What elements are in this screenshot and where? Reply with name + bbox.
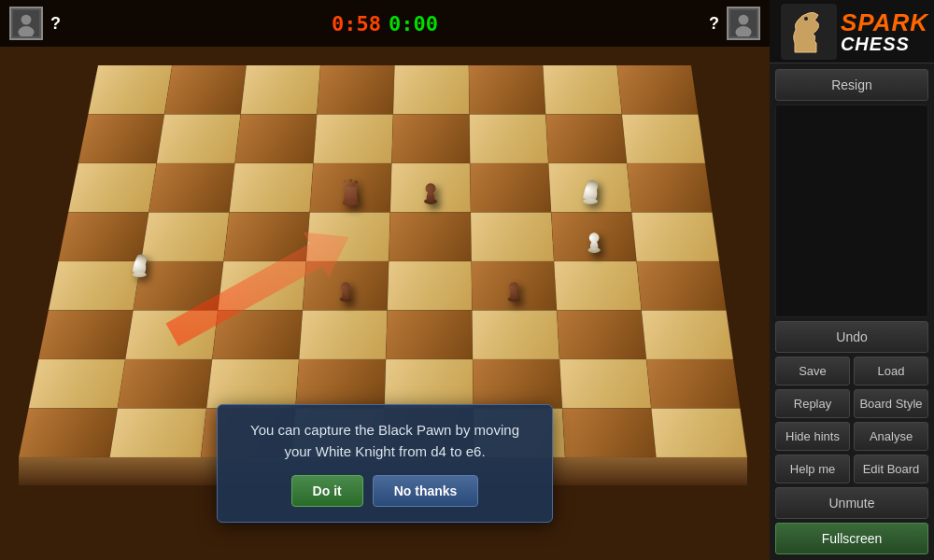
player1-avatar xyxy=(9,7,43,40)
save-load-row: Save Load xyxy=(775,357,928,385)
chess-area: ? 0:58 0:00 ? You can capture the Blac xyxy=(0,0,770,560)
sidebar: SPARK CHESS Resign Undo Save Load Replay… xyxy=(770,0,934,560)
timer-red: 0:58 xyxy=(332,12,381,35)
knight-icon xyxy=(781,4,837,60)
load-button[interactable]: Load xyxy=(854,357,928,385)
unmute-button[interactable]: Unmute xyxy=(775,487,928,519)
player1-name: ? xyxy=(50,14,61,34)
svg-point-4 xyxy=(21,15,32,25)
do-it-button[interactable]: Do it xyxy=(291,475,363,507)
hints-analyse-row: Hide hints Analyse xyxy=(775,422,928,451)
undo-button[interactable]: Undo xyxy=(775,321,928,353)
hide-hints-button[interactable]: Hide hints xyxy=(775,422,850,451)
game-container: ? 0:58 0:00 ? You can capture the Blac xyxy=(0,0,934,560)
svg-point-10 xyxy=(804,17,808,21)
timer-green: 0:00 xyxy=(389,12,438,35)
player2-avatar xyxy=(727,7,760,40)
fullscreen-button[interactable]: Fullscreen xyxy=(775,523,928,554)
replay-button[interactable]: Replay xyxy=(775,389,850,418)
help-me-button[interactable]: Help me xyxy=(775,455,850,483)
top-bar: ? 0:58 0:00 ? xyxy=(0,0,770,47)
spark-text: SPARK xyxy=(841,10,928,35)
player1-info: ? xyxy=(9,7,61,40)
spark-logo-area: SPARK CHESS xyxy=(781,4,928,60)
player2-name: ? xyxy=(709,14,719,34)
timers: 0:58 0:00 xyxy=(332,12,438,35)
hint-dialog: You can capture the Black Pawn by moving… xyxy=(217,404,553,523)
board-style-button[interactable]: Board Style xyxy=(854,389,928,418)
analyse-button[interactable]: Analyse xyxy=(854,422,928,451)
hint-message: You can capture the Black Pawn by moving… xyxy=(236,420,533,462)
spark-title-text: SPARK CHESS xyxy=(841,10,928,53)
no-thanks-button[interactable]: No thanks xyxy=(373,475,479,507)
player2-info: ? xyxy=(709,7,760,40)
spark-header: SPARK CHESS xyxy=(770,0,934,63)
sidebar-content: Resign Undo Save Load Replay Board Style… xyxy=(770,63,934,560)
replay-boardstyle-row: Replay Board Style xyxy=(775,389,928,418)
move-history-panel xyxy=(775,105,928,317)
help-edit-row: Help me Edit Board xyxy=(775,455,928,483)
edit-board-button[interactable]: Edit Board xyxy=(854,455,928,483)
svg-point-7 xyxy=(739,15,749,25)
save-button[interactable]: Save xyxy=(775,357,850,385)
chess-text: CHESS xyxy=(841,35,910,53)
dialog-buttons: Do it No thanks xyxy=(236,475,533,507)
resign-button[interactable]: Resign xyxy=(775,69,928,101)
